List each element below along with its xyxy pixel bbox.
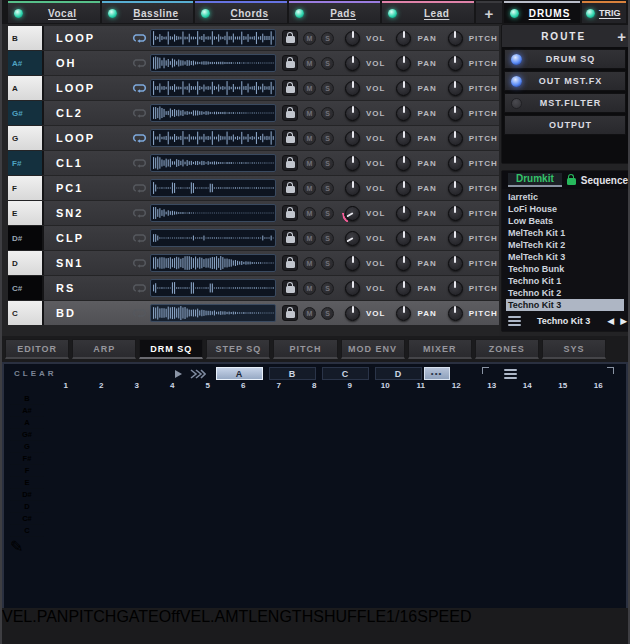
pattern-more-button[interactable]: ••• [424, 367, 450, 380]
mute-button[interactable]: M [303, 232, 316, 245]
pan-knob[interactable] [396, 206, 411, 221]
pitch-knob[interactable] [448, 256, 463, 271]
loop-icon[interactable] [128, 129, 150, 147]
vol-knob[interactable] [345, 156, 360, 171]
tab-sequence[interactable]: Sequence [581, 175, 628, 186]
waveform-display[interactable] [150, 179, 276, 197]
solo-button[interactable]: S [321, 132, 334, 145]
waveform-display[interactable] [150, 154, 276, 172]
loop-icon[interactable] [128, 304, 150, 322]
loop-icon[interactable] [128, 29, 150, 47]
key-label[interactable]: F# [8, 151, 44, 175]
tab-part-chords[interactable]: Chords [195, 1, 287, 23]
mute-button[interactable]: M [303, 57, 316, 70]
waveform-display[interactable] [150, 54, 276, 72]
vol-knob[interactable] [345, 81, 360, 96]
loop-icon[interactable] [128, 204, 150, 222]
lock-icon[interactable] [282, 155, 298, 171]
seq-row-label[interactable]: F# [10, 453, 44, 465]
pattern-button-d[interactable]: D [375, 367, 422, 380]
solo-button[interactable]: S [321, 107, 334, 120]
pan-knob[interactable] [396, 281, 411, 296]
solo-button[interactable]: S [321, 307, 334, 320]
prev-preset-button[interactable]: ◀ [606, 316, 615, 326]
preset-item[interactable]: MelTech Kit 1 [506, 227, 624, 239]
lock-icon[interactable] [282, 255, 298, 271]
lock-icon[interactable] [282, 105, 298, 121]
pitch-knob[interactable] [448, 81, 463, 96]
seq-row-label[interactable]: A# [10, 405, 44, 417]
pitch-knob[interactable] [448, 181, 463, 196]
pattern-button-a[interactable]: A [216, 367, 263, 380]
waveform-display[interactable] [150, 254, 276, 272]
loop-icon[interactable] [128, 54, 150, 72]
tab-mixer[interactable]: MIXER [408, 339, 472, 359]
loop-icon[interactable] [128, 154, 150, 172]
speed-value-box[interactable]: 1/16 [386, 608, 417, 625]
tab-drm-sq[interactable]: DRM SQ [139, 339, 203, 359]
pencil-tool-icon[interactable]: ✎ [10, 538, 23, 555]
lock-icon[interactable] [282, 280, 298, 296]
pattern-button-b[interactable]: B [269, 367, 316, 380]
loop-icon[interactable] [128, 254, 150, 272]
gate-value-box[interactable]: Off [159, 608, 180, 625]
lock-icon[interactable] [282, 130, 298, 146]
vol-knob[interactable] [345, 56, 360, 71]
solo-button[interactable]: S [321, 32, 334, 45]
preset-item[interactable]: MelTech Kit 2 [506, 239, 624, 251]
key-label[interactable]: C# [8, 276, 44, 300]
preset-item[interactable]: Iarretic [506, 191, 624, 203]
waveform-display[interactable] [150, 129, 276, 147]
lock-icon[interactable] [282, 205, 298, 221]
tab-arp[interactable]: ARP [72, 339, 136, 359]
pan-knob[interactable] [396, 56, 411, 71]
pitch-knob[interactable] [448, 231, 463, 246]
tab-step-sq[interactable]: STEP SQ [206, 339, 270, 359]
tab-part-lead[interactable]: Lead [382, 1, 474, 23]
tab-zones[interactable]: ZONES [475, 339, 539, 359]
key-label[interactable]: G# [8, 101, 44, 125]
key-label[interactable]: F [8, 176, 44, 200]
pan-knob[interactable] [396, 181, 411, 196]
vol-knob[interactable] [345, 181, 360, 196]
vol-knob[interactable] [345, 256, 360, 271]
seq-row-label[interactable]: D# [10, 489, 44, 501]
loop-icon[interactable] [128, 229, 150, 247]
tab-pitch[interactable]: PITCH [273, 339, 337, 359]
mute-button[interactable]: M [303, 257, 316, 270]
pan-knob[interactable] [396, 231, 411, 246]
vol-knob[interactable] [345, 231, 360, 246]
tab-part-bassline[interactable]: Bassline [102, 1, 194, 23]
waveform-display[interactable] [150, 229, 276, 247]
vol-knob[interactable] [345, 106, 360, 121]
loop-icon[interactable] [128, 104, 150, 122]
solo-button[interactable]: S [321, 157, 334, 170]
vol-knob[interactable] [345, 131, 360, 146]
seq-row-label[interactable]: D [10, 501, 44, 513]
mute-button[interactable]: M [303, 282, 316, 295]
key-label[interactable]: A [8, 76, 44, 100]
vol-knob[interactable] [345, 281, 360, 296]
loop-icon[interactable] [128, 79, 150, 97]
clear-button[interactable]: CLEAR [14, 369, 57, 378]
waveform-display[interactable] [150, 304, 276, 322]
mute-button[interactable]: M [303, 32, 316, 45]
vol-knob[interactable] [345, 206, 360, 221]
tab-trig[interactable]: TRIG [582, 1, 626, 23]
key-label[interactable]: E [8, 201, 44, 225]
preset-item[interactable]: LoFi House [506, 203, 624, 215]
loop-icon[interactable] [128, 179, 150, 197]
key-label[interactable]: D# [8, 226, 44, 250]
pitch-knob[interactable] [448, 106, 463, 121]
key-label[interactable]: B [8, 26, 44, 50]
seq-row-label[interactable]: F [10, 465, 44, 477]
menu-icon[interactable] [508, 314, 521, 328]
route-item-mst-filter[interactable]: MST.FILTER [504, 93, 626, 113]
lock-icon[interactable] [282, 30, 298, 46]
preset-item[interactable]: Techno Bunk [506, 263, 624, 275]
pan-knob[interactable] [396, 106, 411, 121]
mute-button[interactable]: M [303, 207, 316, 220]
seq-row-label[interactable]: B [10, 393, 44, 405]
solo-button[interactable]: S [321, 282, 334, 295]
seq-row-label[interactable]: E [10, 477, 44, 489]
